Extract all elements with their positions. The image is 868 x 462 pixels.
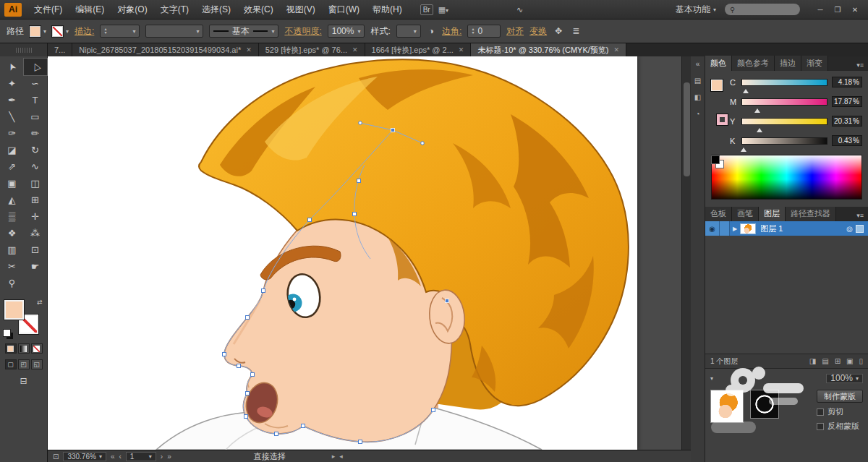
stroke-swatch[interactable]: ▾ [52,26,69,37]
shape-builder-tool[interactable]: ◫ [24,175,47,192]
channel-slider-K[interactable] [741,137,827,145]
layer-name[interactable]: 图层 1 [760,223,846,234]
opacity-dropdown[interactable]: 100%▾ [328,25,365,38]
menu-item-8[interactable]: 帮助(H) [366,0,409,20]
style-dropdown[interactable]: ▾ [396,25,421,38]
panel-icon-1[interactable]: ▤ [694,77,701,85]
minimize-button[interactable]: ─ [812,0,829,20]
recolor-artwork-icon[interactable]: ◑ [427,26,436,36]
first-artboard-icon[interactable]: « [111,453,115,461]
symbol-sprayer-tool[interactable]: ⁂ [24,225,47,241]
channel-slider-thumb[interactable] [743,86,749,93]
slice-tool[interactable]: ✂ [1,258,24,275]
close-button[interactable]: ✕ [846,0,864,20]
tab-渐变[interactable]: 渐变 [801,56,828,71]
selection-tool[interactable]: ➤ [1,59,24,75]
channel-slider-C[interactable] [741,79,827,86]
arrange-documents-icon[interactable]: ▦▾ [433,5,454,14]
workspace-switcher[interactable]: 基本功能▾ [676,4,716,16]
brush-definition-dropdown[interactable]: ▾ [145,25,203,38]
bridge-icon[interactable]: Br [420,4,433,15]
tab-close-icon[interactable]: ✕ [246,46,252,54]
artboard-tool[interactable]: ⊡ [24,241,47,258]
pencil-tool[interactable]: ✏ [24,125,47,142]
doc-tab[interactable]: 1664 [转换].eps* @ 2...✕ [365,43,472,56]
layer-expand-icon[interactable]: ▶ [730,226,740,232]
menu-item-6[interactable]: 视图(V) [280,0,322,20]
artwork-boy[interactable] [48,56,637,450]
mask-thumbnail[interactable] [750,390,779,419]
last-artboard-icon[interactable]: » [167,453,171,461]
clip-checkbox-row[interactable]: 剪切 [817,406,863,417]
scale-tool[interactable]: ⇗ [1,158,24,175]
panel-icon-3[interactable]: ◔ [695,110,699,118]
make-mask-button[interactable]: 制作蒙版 [817,390,863,403]
black-white-swatches[interactable] [712,156,723,168]
align-link[interactable]: 对齐 [506,25,524,38]
layer-selection-indicator[interactable] [856,226,863,232]
doc-tab[interactable]: Nipic_26785037_20180515203915499034.ai*✕ [72,43,258,56]
menu-item-1[interactable]: 编辑(E) [69,0,111,20]
new-sublayer-icon[interactable]: ▤ [822,357,828,365]
opacity-link[interactable]: 不透明度: [284,25,321,38]
stroke-width-stepper[interactable]: ▴▾▾ [100,25,140,38]
doc-tab[interactable]: 7... [48,43,72,56]
tab-颜色参考[interactable]: 颜色参考 [732,56,775,71]
zoom-tool[interactable]: ⚲ [1,275,24,291]
color-stroke-proxy[interactable] [717,114,728,125]
clip-checkbox[interactable] [817,408,824,416]
swap-fill-stroke-icon[interactable]: ⇄ [37,299,43,306]
isolate-icon[interactable]: ✥ [553,26,564,36]
delete-layer-icon[interactable]: ▯ [859,357,863,365]
tab-close-icon[interactable]: ✕ [614,46,620,54]
layer-thumbnail[interactable] [740,223,756,234]
gradient-tool[interactable]: ▒ [1,208,24,225]
layer-row[interactable]: ◉▶图层 1◎ [705,221,868,236]
transform-link[interactable]: 变换 [529,25,547,38]
tab-图层[interactable]: 图层 [759,206,786,221]
channel-value-M[interactable]: 17.87% [832,96,862,107]
stroke-profile-dropdown[interactable]: 基本▾ [209,25,278,38]
canvas-pasteboard[interactable] [48,56,691,450]
color-spectrum[interactable] [711,155,862,200]
menu-item-4[interactable]: 选择(S) [195,0,237,20]
doc-tab[interactable]: 529 [转换].eps* @ 76...✕ [259,43,365,56]
channel-slider-thumb[interactable] [757,125,762,132]
scroll-left-icon[interactable]: ◂ [339,453,343,460]
channel-value-C[interactable]: 4.18% [832,77,862,87]
magic-wand-tool[interactable]: ✦ [1,75,24,92]
blend-tool[interactable]: ❖ [1,225,24,241]
object-thumbnail[interactable] [710,390,744,423]
search-input[interactable]: ⚲ [725,4,800,15]
rectangle-tool[interactable]: ▭ [24,108,47,125]
fill-stroke-control[interactable]: ⇄ [4,299,44,338]
invert-mask-checkbox[interactable] [817,423,824,430]
layer-visibility-eye-icon[interactable]: ◉ [705,221,720,236]
artboard-nav-icon[interactable]: ⊡ [53,453,59,461]
direct-selection-tool[interactable]: ▷ [24,59,47,75]
none-button[interactable] [31,343,43,354]
stroke-link[interactable]: 描边: [75,25,94,38]
draw-behind-icon[interactable]: ◰ [18,359,30,369]
next-artboard-icon[interactable]: › [161,453,163,461]
draw-normal-icon[interactable]: ▢ [5,359,17,369]
transparency-opacity-dropdown[interactable]: 100%▾ [826,374,863,383]
tab-色板[interactable]: 色板 [705,206,732,221]
tab-路径查找器[interactable]: 路径查找器 [786,206,836,221]
menu-item-0[interactable]: 文件(F) [27,0,69,20]
menu-item-5[interactable]: 效果(C) [237,0,280,20]
channel-value-K[interactable]: 0.43% [832,135,862,146]
panel-icon-2[interactable]: ◧ [694,93,701,101]
layer-target-icon[interactable]: ◎ [846,225,853,233]
artboard[interactable] [48,56,637,450]
restore-button[interactable]: ❐ [829,0,846,20]
mesh-tool[interactable]: ⊞ [24,192,47,208]
menu-item-7[interactable]: 窗口(W) [322,0,366,20]
fill-color-proxy[interactable] [4,300,24,320]
perspective-grid-tool[interactable]: ◭ [1,192,24,208]
corner-stepper[interactable]: ▴▾0 [467,25,501,38]
prev-artboard-icon[interactable]: ‹ [119,453,121,461]
eraser-tool[interactable]: ◪ [1,142,24,158]
invert-mask-checkbox-row[interactable]: 反相蒙版 [817,421,863,432]
tab-menu-icon[interactable]: ▾≡ [856,212,868,221]
